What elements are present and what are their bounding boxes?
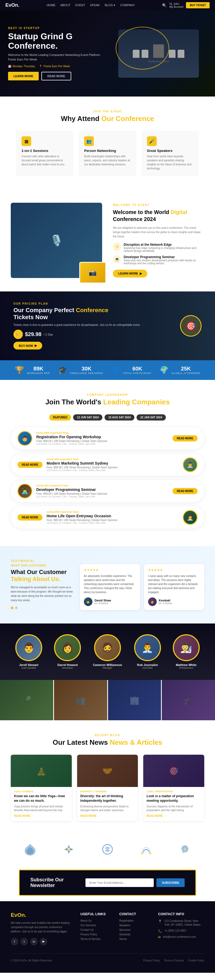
news-link-1[interactable]: READ MORE → bbox=[14, 815, 34, 817]
social-linkedin[interactable]: in bbox=[30, 938, 38, 945]
newsletter-title: Subscribe Our Newsletter bbox=[30, 877, 80, 888]
news-title: Our Latest News News & Articles bbox=[11, 738, 204, 747]
hero-section: NEXT IS STARTUP Startup Grind G Conferen… bbox=[0, 11, 215, 97]
welcome-items: ⚡ Disruption at the Network Edge Explori… bbox=[113, 243, 204, 265]
hero-buttons: LEARN MORE READ MORE bbox=[8, 72, 105, 80]
hero-read-more-button[interactable]: READ MORE bbox=[41, 72, 71, 80]
company-tag-4: Going With Organized Team bbox=[46, 511, 179, 513]
testimonial-left-tag: WHAT OUR CUSTOMER bbox=[11, 564, 73, 567]
buy-ticket-button[interactable]: BUY TICKET bbox=[186, 2, 210, 8]
speaker-title-jerell: Lead Speaker bbox=[15, 667, 42, 669]
subscribe-button[interactable]: SUBSCRIBE bbox=[156, 878, 185, 887]
companies-header: COMPANY LEADERSHIP Join The World's Lead… bbox=[11, 393, 204, 406]
footer-link-terms[interactable]: Terms of Service bbox=[80, 937, 111, 940]
tab-jan[interactable]: 22 JAN SAT 2024 bbox=[137, 414, 166, 420]
news-header: RECENT BLOG Our Latest News News & Artic… bbox=[11, 734, 204, 747]
feature-icon-networking: 👥 bbox=[84, 136, 94, 146]
social-twitter[interactable]: t bbox=[21, 938, 28, 945]
stat-item-freelance: 🎓 30K Freelance Speakers bbox=[58, 366, 103, 374]
nav-speak[interactable]: SPEAK bbox=[90, 3, 100, 7]
company-location-2: 123 Event, 01 Location, City - Country, … bbox=[46, 469, 179, 472]
footer-bottom-cookie[interactable]: Cookie Policy bbox=[188, 959, 204, 962]
read-more-button-4[interactable]: READ MORE bbox=[18, 514, 43, 520]
company-avatar-2: 👨‍💼 bbox=[183, 457, 197, 472]
footer-desc: We help connect and mobilize the world's… bbox=[11, 921, 72, 934]
news-desc-2: Embracing diverse perspectives leads to … bbox=[80, 805, 135, 812]
read-more-button-3[interactable]: READ MORE bbox=[172, 488, 197, 494]
feature-title-networking: Person Networking bbox=[84, 149, 131, 153]
footer-phone-text: +1 (555) 123-4567 bbox=[164, 929, 186, 933]
feature-card-1on1: ▦ 1-on-1 Sessions Connect with other att… bbox=[16, 131, 73, 176]
speaker-title-matthew: Entrepreneur bbox=[173, 667, 200, 669]
buy-now-button[interactable]: BUY NOW ▶ bbox=[13, 342, 42, 350]
companies-title: Join The World's Leading Companies bbox=[11, 398, 204, 406]
testimonial-text-2: I came away with so many new contacts an… bbox=[148, 574, 200, 594]
nav-event[interactable]: EVENT bbox=[75, 3, 85, 7]
hero-tag: NEXT IS STARTUP bbox=[8, 27, 105, 30]
footer-link-registration[interactable]: Registration bbox=[119, 919, 150, 922]
speaker-name-rob: Rob Journalist bbox=[134, 663, 161, 667]
feature-title-1on1: 1-on-1 Sessions bbox=[21, 149, 68, 153]
footer-link-privacy[interactable]: Privacy Policy bbox=[80, 933, 111, 936]
footer-email-text: info@evon-conference.com bbox=[163, 935, 196, 939]
footer-address: 📍 123 Conference Street, New York, NY 10… bbox=[158, 919, 204, 927]
pricing-title: Our Company Perfect Conference Tickets N… bbox=[13, 307, 172, 321]
news-article-title-3: Look is a matter of preparation meeting … bbox=[147, 794, 201, 803]
news-tag: RECENT BLOG bbox=[11, 734, 204, 737]
news-body-2: DIVERSITY / THINKING Diversity: the art … bbox=[77, 787, 138, 821]
speaker-rob: 👨‍💼 Rob Journalist Journalist bbox=[134, 634, 161, 669]
nav-blog[interactable]: BLOG ▾ bbox=[105, 3, 116, 7]
welcome-small-image: 📸 bbox=[79, 262, 106, 283]
dot-2[interactable] bbox=[15, 606, 18, 609]
read-more-button-1[interactable]: READ MORE bbox=[172, 435, 197, 441]
nav-home[interactable]: HOME bbox=[46, 3, 55, 7]
footer-bottom-privacy[interactable]: Privacy Policy bbox=[143, 959, 160, 962]
email-icon: ✉ bbox=[158, 935, 161, 939]
footer-link-about[interactable]: About Us bbox=[80, 919, 111, 922]
hero-learn-more-button[interactable]: LEARN MORE bbox=[8, 72, 39, 80]
hero-left: NEXT IS STARTUP Startup Grind G Conferen… bbox=[8, 27, 105, 80]
newsletter-form: SUBSCRIBE bbox=[86, 878, 185, 887]
attendees-icon: 🌍 bbox=[159, 366, 169, 374]
welcome-title: Welcome to the World Digital Conference … bbox=[113, 208, 204, 223]
footer-link-speakers[interactable]: Speakers bbox=[119, 924, 150, 927]
social-facebook[interactable]: f bbox=[11, 938, 18, 945]
social-youtube[interactable]: ▶ bbox=[40, 938, 47, 945]
read-more-button-2[interactable]: READ MORE bbox=[18, 461, 43, 468]
tab-jun[interactable]: 12 JUN SAT 2024 bbox=[73, 414, 102, 420]
news-cat-1: YOGA / FITNESS bbox=[14, 790, 68, 793]
newsletter-section: Subscribe Our Newsletter SUBSCRIBE bbox=[19, 870, 196, 896]
footer-link-venue[interactable]: Venue bbox=[119, 937, 150, 940]
news-link-3[interactable]: READ MORE → bbox=[147, 815, 167, 817]
partner-icon-3 bbox=[99, 841, 116, 858]
feature-card-networking: 👥 Person Networking Build meaningful rel… bbox=[79, 131, 136, 176]
nav-company[interactable]: COMPANY bbox=[120, 3, 135, 7]
news-link-2[interactable]: READ MORE → bbox=[80, 815, 100, 817]
company-avatar-3: 👨‍💻 bbox=[18, 484, 32, 498]
footer-link-sponsors[interactable]: Sponsors bbox=[119, 928, 150, 931]
hero-info: 📅 Monday–Thursday 📍 Points Earn Per Week bbox=[8, 65, 105, 68]
footer-contact-links-title: CONTACT bbox=[119, 912, 150, 916]
feature-title-speakers: Great Speakers bbox=[147, 149, 194, 153]
footer-bottom-terms[interactable]: Terms of Service bbox=[164, 959, 184, 962]
welcome-learn-more-button[interactable]: LEARN MORE ▶ bbox=[113, 270, 147, 277]
footer-logo: EvOn. bbox=[11, 912, 72, 918]
hero-panel-image: Conference Panel bbox=[118, 29, 199, 78]
footer-link-contact[interactable]: Contact Us bbox=[80, 928, 111, 931]
author-avatar-1: 👨 bbox=[84, 597, 92, 606]
speaker-circle-matthew: 👨‍🔬 bbox=[173, 634, 200, 661]
footer-link-schedule[interactable]: Schedule bbox=[119, 933, 150, 936]
author-name-1: David Shaw bbox=[95, 599, 111, 602]
newsletter-email-input[interactable] bbox=[86, 878, 154, 887]
footer-address-text: 123 Conference Street, New York, NY 1000… bbox=[164, 919, 204, 927]
footer-link-services[interactable]: Our Services bbox=[80, 924, 111, 927]
welcome-image: 🎙️ 📸 bbox=[11, 203, 102, 278]
tab-aug[interactable]: 15 AUG SAT 2024 bbox=[105, 414, 134, 420]
footer-bottom: © 2024 EvOn. All Rights Reserved. Privac… bbox=[11, 953, 204, 962]
nav-about[interactable]: ABOUT bbox=[60, 3, 70, 7]
tab-featured[interactable]: FEATURED bbox=[49, 414, 71, 420]
stat-participant-number: 60K bbox=[123, 366, 151, 372]
dot-1[interactable] bbox=[11, 606, 13, 609]
testimonial-cards: ★★★★★ An absolutely incredible experienc… bbox=[80, 564, 204, 610]
search-icon[interactable]: 🔍 bbox=[162, 3, 167, 8]
